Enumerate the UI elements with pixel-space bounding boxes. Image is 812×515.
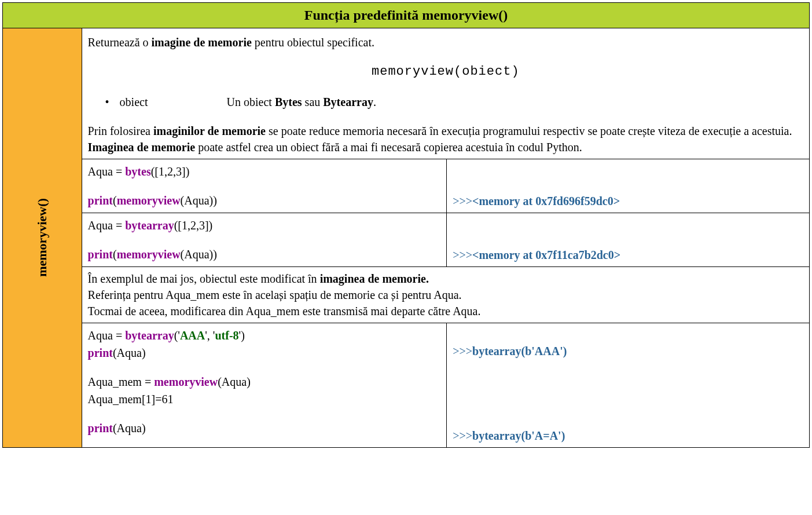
output-cell-3: >>>bytearray(b'AAA') >>>bytearray(b'A=A'…: [447, 323, 810, 447]
code-cell-3: Aqua = bytearray('AAA', 'utf-8') print(A…: [82, 323, 447, 447]
explain-row: În exemplul de mai jos, obiectul este mo…: [3, 266, 810, 323]
code-line: print(memoryview(Aqua)): [88, 246, 441, 263]
paragraph-2: Prin folosirea imaginilor de memorie se …: [88, 123, 803, 139]
code-line: print(memoryview(Aqua)): [88, 192, 441, 209]
example-row-1: Aqua = bytes([1,2,3]) print(memoryview(A…: [3, 159, 810, 213]
output-line: >>>bytearray(b'AAA'): [453, 343, 803, 359]
table-header: Funcția predefinită memoryview(): [3, 3, 810, 28]
code-cell-1: Aqua = bytes([1,2,3]) print(memoryview(A…: [82, 159, 447, 213]
sidebar: memoryview(): [3, 28, 82, 448]
output-line: >>><memory at 0x7fd696f59dc0>: [453, 193, 803, 209]
output-line: >>><memory at 0x7f11ca7b2dc0>: [453, 247, 803, 263]
code-line: Aqua_mem = memoryview(Aqua): [88, 373, 441, 390]
explain-line-2: Referința pentru Aqua_mem este în acelaș…: [88, 287, 803, 303]
intro-post: pentru obiectul specificat.: [252, 36, 374, 49]
sidebar-label: memoryview(): [35, 199, 50, 277]
code-line: print(Aqua): [88, 344, 441, 361]
output-cell-2: >>><memory at 0x7f11ca7b2dc0>: [447, 213, 810, 266]
code-line: print(Aqua): [88, 419, 441, 437]
param-desc: Un obiect Bytes sau Bytearray.: [227, 96, 376, 108]
bullet-icon: •: [105, 94, 117, 110]
param-row: • obiect Un obiect Bytes sau Bytearray.: [88, 94, 803, 110]
code-cell-2: Aqua = bytearray([1,2,3]) print(memoryvi…: [82, 213, 447, 266]
code-line: Aqua = bytearray([1,2,3]): [88, 217, 441, 234]
syntax-box: memoryview(obiect): [88, 63, 803, 81]
description-cell: Returnează o imagine de memorie pentru o…: [82, 28, 809, 159]
doc-table: Funcția predefinită memoryview() memoryv…: [2, 2, 810, 448]
output-cell-1: >>><memory at 0x7fd696f59dc0>: [447, 159, 810, 213]
explain-cell: În exemplul de mai jos, obiectul este mo…: [82, 266, 809, 323]
code-line: Aqua_mem[1]=61: [88, 390, 441, 408]
output-line: >>>bytearray(b'A=A'): [453, 428, 803, 444]
example-row-3: Aqua = bytearray('AAA', 'utf-8') print(A…: [3, 323, 810, 447]
example-row-2: Aqua = bytearray([1,2,3]) print(memoryvi…: [3, 213, 810, 266]
paragraph-3: Imaginea de memorie poate astfel crea un…: [88, 139, 803, 155]
intro-pre: Returnează o: [88, 36, 152, 49]
intro-bold: imagine de memorie: [152, 36, 252, 49]
explain-line-3: Tocmai de aceea, modificarea din Aqua_me…: [88, 303, 803, 319]
code-line: Aqua = bytes([1,2,3]): [88, 163, 441, 180]
header-title: Funcția predefinită memoryview(): [304, 8, 508, 23]
explain-line-1: În exemplul de mai jos, obiectul este mo…: [88, 271, 803, 287]
intro-line: Returnează o imagine de memorie pentru o…: [88, 34, 803, 50]
code-line: Aqua = bytearray('AAA', 'utf-8'): [88, 327, 441, 344]
param-name: obiect: [120, 94, 224, 110]
